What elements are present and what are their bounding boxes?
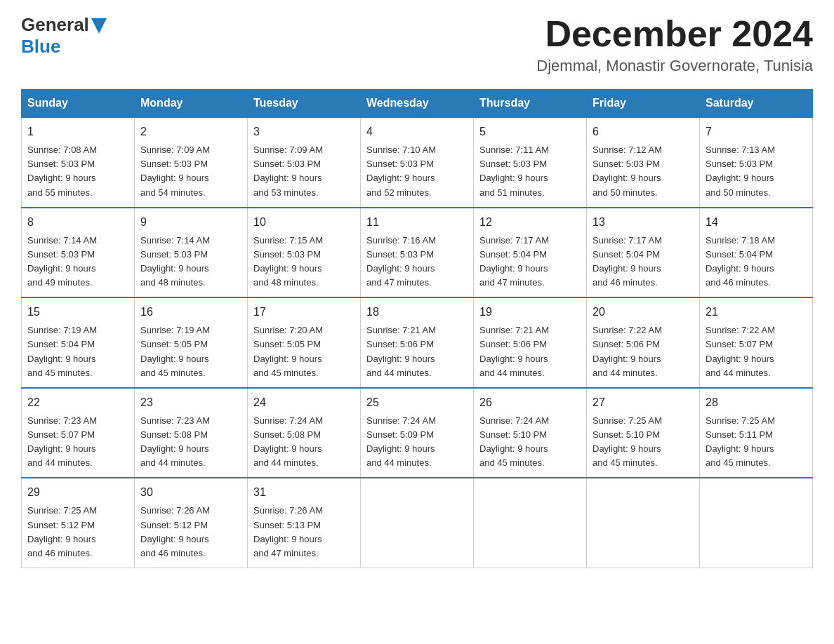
day-cell: 25 Sunrise: 7:24 AM Sunset: 5:09 PM Dayl…: [361, 388, 474, 478]
day-info: Sunrise: 7:26 AM Sunset: 5:12 PM Dayligh…: [140, 504, 241, 561]
day-info: Sunrise: 7:09 AM Sunset: 5:03 PM Dayligh…: [253, 143, 355, 200]
day-info: Sunrise: 7:12 AM Sunset: 5:03 PM Dayligh…: [593, 143, 694, 200]
day-info: Sunrise: 7:23 AM Sunset: 5:07 PM Dayligh…: [27, 414, 128, 471]
day-info: Sunrise: 7:22 AM Sunset: 5:07 PM Dayligh…: [706, 323, 807, 380]
day-cell: 11 Sunrise: 7:16 AM Sunset: 5:03 PM Dayl…: [361, 208, 474, 298]
day-number: 27: [593, 394, 694, 411]
day-cell: 27 Sunrise: 7:25 AM Sunset: 5:10 PM Dayl…: [587, 388, 700, 478]
day-info: Sunrise: 7:09 AM Sunset: 5:03 PM Dayligh…: [140, 143, 241, 200]
day-info: Sunrise: 7:23 AM Sunset: 5:08 PM Dayligh…: [140, 414, 241, 471]
day-number: 26: [479, 394, 581, 411]
day-cell: 21 Sunrise: 7:22 AM Sunset: 5:07 PM Dayl…: [700, 297, 813, 388]
day-cell: 6 Sunrise: 7:12 AM Sunset: 5:03 PM Dayli…: [587, 117, 700, 208]
day-number: 20: [593, 304, 694, 321]
day-number: 6: [593, 123, 694, 140]
day-info: Sunrise: 7:24 AM Sunset: 5:08 PM Dayligh…: [253, 414, 355, 471]
day-cell: 17 Sunrise: 7:20 AM Sunset: 5:05 PM Dayl…: [248, 297, 361, 388]
week-row-4: 22 Sunrise: 7:23 AM Sunset: 5:07 PM Dayl…: [22, 388, 813, 478]
day-cell: 31 Sunrise: 7:26 AM Sunset: 5:13 PM Dayl…: [248, 478, 361, 568]
day-cell: 4 Sunrise: 7:10 AM Sunset: 5:03 PM Dayli…: [361, 117, 474, 208]
day-info: Sunrise: 7:21 AM Sunset: 5:06 PM Dayligh…: [366, 323, 468, 380]
day-number: 15: [27, 304, 128, 321]
day-info: Sunrise: 7:24 AM Sunset: 5:09 PM Dayligh…: [366, 414, 468, 471]
day-number: 4: [366, 123, 468, 140]
day-cell: 12 Sunrise: 7:17 AM Sunset: 5:04 PM Dayl…: [474, 208, 587, 298]
day-cell: 15 Sunrise: 7:19 AM Sunset: 5:04 PM Dayl…: [22, 297, 135, 388]
day-info: Sunrise: 7:10 AM Sunset: 5:03 PM Dayligh…: [366, 143, 468, 200]
calendar-body: 1 Sunrise: 7:08 AM Sunset: 5:03 PM Dayli…: [22, 117, 813, 568]
day-info: Sunrise: 7:20 AM Sunset: 5:05 PM Dayligh…: [253, 323, 355, 380]
header-row: SundayMondayTuesdayWednesdayThursdayFrid…: [22, 90, 813, 118]
day-info: Sunrise: 7:17 AM Sunset: 5:04 PM Dayligh…: [479, 234, 581, 290]
day-info: Sunrise: 7:14 AM Sunset: 5:03 PM Dayligh…: [140, 234, 241, 290]
day-info: Sunrise: 7:14 AM Sunset: 5:03 PM Dayligh…: [27, 234, 128, 290]
day-cell: 23 Sunrise: 7:23 AM Sunset: 5:08 PM Dayl…: [135, 388, 248, 478]
day-info: Sunrise: 7:17 AM Sunset: 5:04 PM Dayligh…: [593, 234, 694, 290]
day-number: 17: [253, 304, 355, 321]
week-row-5: 29 Sunrise: 7:25 AM Sunset: 5:12 PM Dayl…: [22, 478, 813, 568]
day-info: Sunrise: 7:08 AM Sunset: 5:03 PM Dayligh…: [27, 143, 128, 200]
day-cell: 20 Sunrise: 7:22 AM Sunset: 5:06 PM Dayl…: [587, 297, 700, 388]
header-cell-tuesday: Tuesday: [248, 90, 361, 118]
day-info: Sunrise: 7:11 AM Sunset: 5:03 PM Dayligh…: [479, 143, 581, 200]
day-number: 24: [253, 394, 355, 411]
week-row-2: 8 Sunrise: 7:14 AM Sunset: 5:03 PM Dayli…: [22, 208, 813, 298]
day-cell: 3 Sunrise: 7:09 AM Sunset: 5:03 PM Dayli…: [248, 117, 361, 208]
header-cell-thursday: Thursday: [474, 90, 587, 118]
day-info: Sunrise: 7:25 AM Sunset: 5:11 PM Dayligh…: [706, 414, 807, 471]
day-cell: 18 Sunrise: 7:21 AM Sunset: 5:06 PM Dayl…: [361, 297, 474, 388]
week-row-1: 1 Sunrise: 7:08 AM Sunset: 5:03 PM Dayli…: [22, 117, 813, 208]
logo-triangle-icon: [91, 18, 107, 34]
day-cell: 1 Sunrise: 7:08 AM Sunset: 5:03 PM Dayli…: [22, 117, 135, 208]
page-header: General Blue December 2024 Djemmal, Mona…: [21, 14, 813, 75]
day-number: 9: [140, 214, 241, 231]
day-number: 29: [27, 484, 128, 501]
day-cell: 14 Sunrise: 7:18 AM Sunset: 5:04 PM Dayl…: [700, 208, 813, 298]
day-cell: 26 Sunrise: 7:24 AM Sunset: 5:10 PM Dayl…: [474, 388, 587, 478]
day-number: 11: [366, 214, 468, 231]
day-number: 10: [253, 214, 355, 231]
day-number: 30: [140, 484, 241, 501]
day-cell: 5 Sunrise: 7:11 AM Sunset: 5:03 PM Dayli…: [474, 117, 587, 208]
day-number: 23: [140, 394, 241, 411]
week-row-3: 15 Sunrise: 7:19 AM Sunset: 5:04 PM Dayl…: [22, 297, 813, 388]
header-cell-friday: Friday: [587, 90, 700, 118]
day-number: 28: [706, 394, 807, 411]
day-number: 5: [479, 123, 581, 140]
day-number: 19: [479, 304, 581, 321]
logo-general-text: General: [21, 14, 89, 36]
day-number: 8: [27, 214, 128, 231]
day-cell: 30 Sunrise: 7:26 AM Sunset: 5:12 PM Dayl…: [135, 478, 248, 568]
header-cell-sunday: Sunday: [22, 90, 135, 118]
day-cell: 24 Sunrise: 7:24 AM Sunset: 5:08 PM Dayl…: [248, 388, 361, 478]
day-cell: 2 Sunrise: 7:09 AM Sunset: 5:03 PM Dayli…: [135, 117, 248, 208]
day-info: Sunrise: 7:16 AM Sunset: 5:03 PM Dayligh…: [366, 234, 468, 290]
day-info: Sunrise: 7:26 AM Sunset: 5:13 PM Dayligh…: [253, 504, 355, 561]
header-cell-monday: Monday: [135, 90, 248, 118]
day-cell: [700, 478, 813, 568]
logo: General Blue: [21, 14, 107, 58]
day-number: 14: [706, 214, 807, 231]
day-number: 18: [366, 304, 468, 321]
day-number: 16: [140, 304, 241, 321]
day-info: Sunrise: 7:13 AM Sunset: 5:03 PM Dayligh…: [706, 143, 807, 200]
day-cell: 22 Sunrise: 7:23 AM Sunset: 5:07 PM Dayl…: [22, 388, 135, 478]
header-cell-wednesday: Wednesday: [361, 90, 474, 118]
day-number: 12: [479, 214, 581, 231]
day-cell: 28 Sunrise: 7:25 AM Sunset: 5:11 PM Dayl…: [700, 388, 813, 478]
day-number: 3: [253, 123, 355, 140]
day-number: 2: [140, 123, 241, 140]
svg-marker-0: [91, 18, 107, 34]
day-number: 1: [27, 123, 128, 140]
day-cell: 19 Sunrise: 7:21 AM Sunset: 5:06 PM Dayl…: [474, 297, 587, 388]
location-subtitle: Djemmal, Monastir Governorate, Tunisia: [536, 57, 813, 75]
logo-blue-text: Blue: [21, 36, 60, 57]
day-number: 7: [706, 123, 807, 140]
calendar-header: SundayMondayTuesdayWednesdayThursdayFrid…: [22, 90, 813, 118]
day-info: Sunrise: 7:21 AM Sunset: 5:06 PM Dayligh…: [479, 323, 581, 380]
day-info: Sunrise: 7:25 AM Sunset: 5:10 PM Dayligh…: [593, 414, 694, 471]
day-cell: 8 Sunrise: 7:14 AM Sunset: 5:03 PM Dayli…: [22, 208, 135, 298]
title-area: December 2024 Djemmal, Monastir Governor…: [536, 14, 813, 75]
day-cell: 10 Sunrise: 7:15 AM Sunset: 5:03 PM Dayl…: [248, 208, 361, 298]
day-number: 13: [593, 214, 694, 231]
